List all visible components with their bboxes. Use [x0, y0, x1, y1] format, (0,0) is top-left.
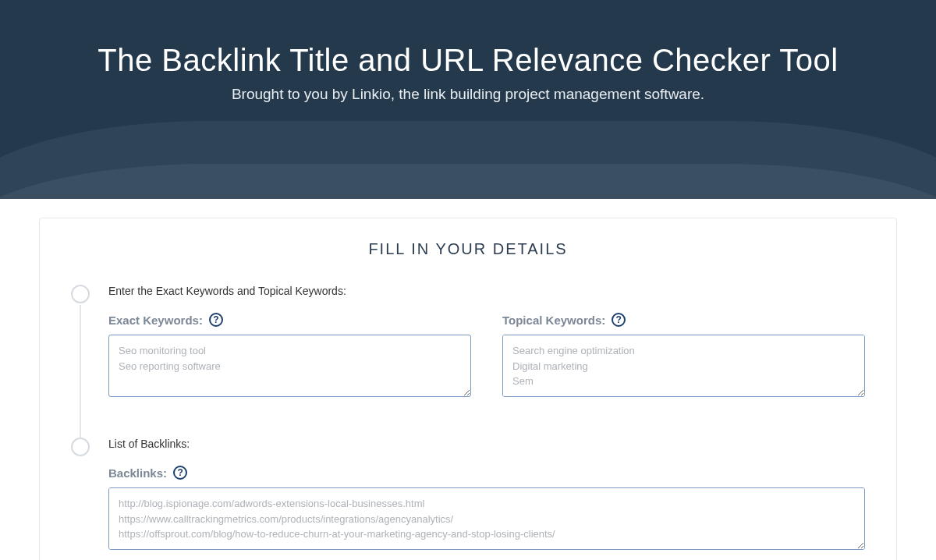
exact-keywords-input[interactable] [108, 335, 471, 397]
main-container: FILL IN YOUR DETAILS Enter the Exact Key… [39, 199, 897, 560]
topical-keywords-label: Topical Keywords: [502, 314, 605, 327]
page-subtitle: Brought to you by Linkio, the link build… [16, 86, 920, 103]
step-keywords-label: Enter the Exact Keywords and Topical Key… [108, 285, 865, 297]
step-backlinks: List of Backlinks: Backlinks: ? [71, 438, 865, 553]
exact-keywords-label: Exact Keywords: [108, 314, 203, 327]
backlinks-input[interactable] [108, 487, 865, 550]
topical-keywords-group: Topical Keywords: ? [502, 313, 865, 400]
hero-banner: The Backlink Title and URL Relevance Che… [0, 0, 936, 199]
step-indicator-icon [71, 285, 90, 303]
topical-keywords-input[interactable] [502, 335, 865, 397]
step-backlinks-label: List of Backlinks: [108, 438, 865, 450]
help-icon[interactable]: ? [173, 466, 187, 480]
step-indicator-icon [71, 438, 90, 456]
form-card: FILL IN YOUR DETAILS Enter the Exact Key… [39, 218, 897, 560]
card-title: FILL IN YOUR DETAILS [71, 240, 865, 258]
wave-decoration [0, 164, 936, 199]
page-title: The Backlink Title and URL Relevance Che… [16, 43, 920, 78]
help-icon[interactable]: ? [209, 313, 223, 327]
exact-keywords-group: Exact Keywords: ? [108, 313, 471, 400]
step-connector [80, 305, 81, 442]
step-keywords: Enter the Exact Keywords and Topical Key… [71, 285, 865, 400]
help-icon[interactable]: ? [612, 313, 626, 327]
backlinks-label: Backlinks: [108, 466, 167, 480]
